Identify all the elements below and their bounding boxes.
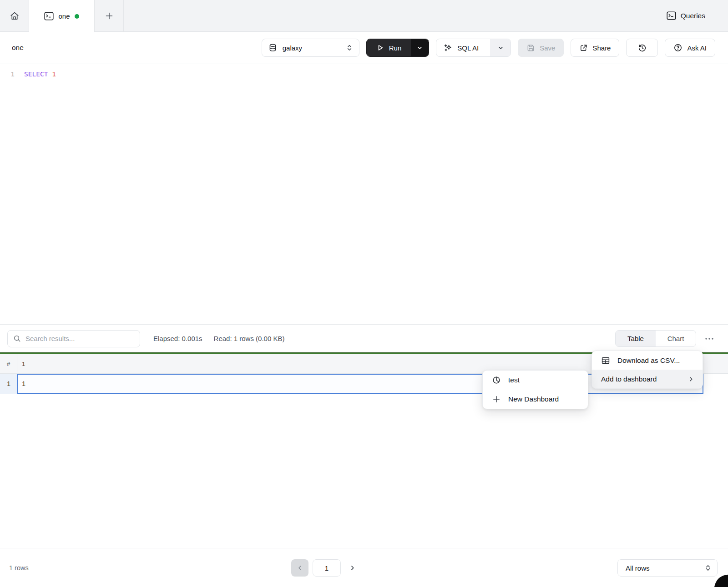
add-to-dashboard-submenu: test New Dashboard [482, 370, 588, 409]
search-input[interactable] [25, 335, 134, 342]
sql-ai-split-button: SQL AI [436, 39, 511, 57]
elapsed-stat: Elapsed: 0.001s [153, 335, 202, 342]
sql-editor[interactable]: 1 SELECT 1 [0, 64, 728, 324]
terminal-icon [667, 11, 676, 20]
run-split-button: Run [366, 39, 430, 57]
pagination: 1 [291, 559, 360, 577]
home-icon [10, 11, 20, 21]
sql-keyword: SELECT [24, 70, 48, 78]
sql-ai-options-button[interactable] [490, 39, 511, 56]
submenu-item-label: New Dashboard [508, 395, 580, 403]
sql-ai-button[interactable]: SQL AI [436, 39, 486, 56]
results-toolbar: Elapsed: 0.001s Read: 1 rows (0.00 KB) T… [0, 324, 728, 352]
read-stat: Read: 1 rows (0.00 KB) [214, 335, 285, 342]
share-label: Share [592, 44, 611, 52]
sql-ai-label: SQL AI [457, 44, 479, 52]
tab-one[interactable]: one [29, 0, 95, 32]
database-icon [268, 43, 277, 52]
ellipsis-icon [705, 337, 714, 340]
grid-header-index[interactable]: # [0, 354, 17, 373]
chevron-down-icon [498, 45, 504, 51]
results-context-menu: Download as CSV... Add to dashboard [592, 351, 703, 389]
code-line: 1 SELECT 1 [0, 68, 728, 80]
terminal-icon [44, 12, 54, 20]
plus-icon [492, 395, 501, 404]
select-chevrons-icon [705, 564, 711, 572]
query-toolbar: one galaxy [0, 32, 728, 64]
menu-item-download-csv[interactable]: Download as CSV... [592, 351, 703, 370]
page-size-value: All rows [626, 564, 705, 572]
chevron-left-icon [297, 565, 303, 571]
space [48, 70, 52, 78]
table-grid-icon [601, 356, 610, 365]
plus-icon [105, 11, 114, 20]
view-table-tab[interactable]: Table [616, 331, 656, 346]
row-index-cell[interactable]: 1 [0, 374, 17, 394]
pie-chart-icon [492, 376, 501, 385]
queries-label: Queries [681, 12, 705, 20]
view-toggle: Table Chart [615, 330, 696, 347]
bottom-bar: 1 rows 1 All rows [0, 548, 728, 587]
results-more-button[interactable] [702, 331, 717, 346]
line-number: 1 [0, 70, 15, 78]
chevron-right-icon [688, 376, 694, 382]
rows-count: 1 rows [9, 548, 29, 587]
home-button[interactable] [0, 0, 29, 31]
unsaved-status-dot [75, 14, 79, 19]
ask-ai-button[interactable]: Ask AI [665, 39, 715, 57]
new-tab-button[interactable] [95, 0, 124, 31]
view-chart-tab[interactable]: Chart [656, 331, 696, 346]
queries-button[interactable]: Queries [667, 0, 705, 31]
submenu-item-new-dashboard[interactable]: New Dashboard [483, 390, 588, 409]
sparkles-icon [444, 43, 453, 52]
menu-item-label: Add to dashboard [601, 375, 681, 383]
save-button[interactable]: Save [518, 39, 564, 57]
query-title: one [12, 44, 24, 52]
code-text: SELECT 1 [15, 70, 56, 78]
results-search[interactable] [7, 330, 140, 347]
run-label: Run [389, 44, 402, 52]
chevron-down-icon [417, 45, 423, 51]
submenu-item-test[interactable]: test [483, 371, 588, 390]
save-icon [526, 44, 535, 52]
run-options-button[interactable] [411, 39, 429, 56]
history-button[interactable] [626, 39, 658, 57]
next-page-button[interactable] [345, 559, 360, 577]
database-select[interactable]: galaxy [262, 39, 359, 57]
share-button[interactable]: Share [571, 39, 619, 57]
chevron-right-icon [349, 565, 356, 571]
menu-item-label: Download as CSV... [617, 356, 694, 365]
run-button[interactable]: Run [367, 39, 411, 56]
select-chevrons-icon [346, 44, 353, 51]
tab-label: one [58, 12, 70, 20]
sql-number: 1 [52, 70, 56, 78]
play-icon [376, 44, 384, 52]
page-size-select[interactable]: All rows [617, 559, 718, 577]
share-icon [579, 44, 588, 52]
menu-item-add-to-dashboard[interactable]: Add to dashboard [592, 370, 703, 388]
current-page: 1 [313, 559, 341, 577]
save-label: Save [540, 44, 555, 52]
prev-page-button[interactable] [291, 559, 308, 577]
toolbar-actions: galaxy Run [262, 39, 715, 57]
search-icon [13, 335, 21, 342]
history-icon [637, 43, 647, 53]
tab-bar: one Queries [0, 0, 728, 32]
database-name: galaxy [282, 44, 342, 52]
ask-ai-label: Ask AI [687, 44, 707, 52]
submenu-item-label: test [508, 376, 580, 384]
question-circle-icon [673, 43, 682, 52]
